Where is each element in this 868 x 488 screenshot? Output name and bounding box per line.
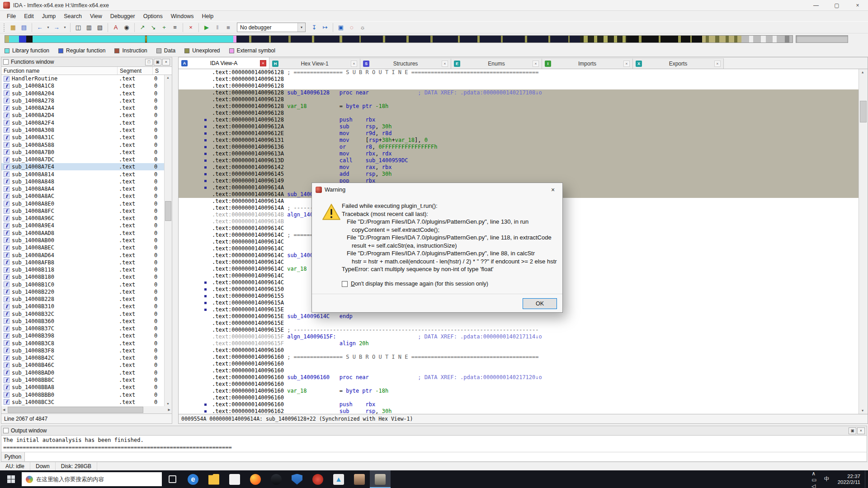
menu-options[interactable]: Options — [139, 12, 167, 21]
step-over-button[interactable]: ↦ — [320, 23, 330, 33]
tab-hex-view-1[interactable]: HHex View-1× — [269, 58, 360, 69]
disasm-line[interactable]: .text:0000000140096128 ; ===============… — [179, 69, 859, 76]
disasm-line[interactable]: .text:0000000140096160 push rbx — [179, 401, 859, 408]
task-view-button[interactable] — [162, 470, 183, 488]
disasm-line[interactable]: .text:0000000140096128 — [179, 76, 859, 83]
navigation-band[interactable] — [5, 35, 793, 43]
breakpoints-button[interactable]: ◌ — [347, 23, 357, 33]
disasm-line[interactable]: .text:000000014009613D call sub_1400959D… — [179, 157, 859, 164]
navigate-back-button[interactable]: ← — [35, 23, 45, 33]
disasm-vertical-scrollbar[interactable] — [859, 69, 868, 414]
function-row[interactable]: fsub_14008BB8C.text0 — [1, 376, 172, 384]
qq-app[interactable] — [266, 470, 287, 488]
function-row[interactable]: fsub_14008AD64.text0 — [1, 251, 172, 258]
disasm-line[interactable]: .text:0000000140096160 ; ===============… — [179, 354, 859, 361]
windows-list-button[interactable]: ◫ — [73, 23, 83, 33]
display-tray-icon[interactable]: ▭ — [808, 477, 820, 483]
function-row[interactable]: fsub_14008A2F4.text0 — [1, 119, 172, 127]
tab-close-button[interactable]: × — [533, 61, 539, 67]
menu-help[interactable]: Help — [198, 12, 217, 21]
disasm-line[interactable]: .text:0000000140096160 — [179, 381, 859, 388]
menu-view[interactable]: View — [86, 12, 106, 21]
jump-xref-button[interactable]: ↘ — [148, 23, 158, 33]
disasm-line[interactable]: .text:0000000140096145 add rsp, 30h — [179, 171, 859, 178]
window-titlebar[interactable]: IDA - lmflex-x64.exe H:\lmflex-x64.exe —… — [0, 0, 868, 11]
disasm-line[interactable]: .text:000000014009612E mov r9d, r8d — [179, 130, 859, 137]
tab-close-button[interactable]: × — [442, 61, 448, 67]
functions-horizontal-scrollbar[interactable] — [1, 406, 172, 414]
function-row[interactable]: fsub_14008B118.text0 — [1, 266, 172, 273]
function-row[interactable]: fsub_14008B180.text0 — [1, 273, 172, 281]
debugger-windows-button[interactable]: ▣ — [336, 23, 346, 33]
function-row[interactable]: fsub_14008B42C.text0 — [1, 354, 172, 361]
function-row[interactable]: fsub_14008A588.text0 — [1, 141, 172, 148]
function-row[interactable]: fsub_14008A848.text0 — [1, 178, 172, 185]
file-explorer[interactable] — [203, 470, 224, 488]
start-process-button[interactable]: ▶ — [202, 23, 212, 33]
save-database-button[interactable]: ▤ — [19, 23, 29, 33]
warning-dialog-titlebar[interactable]: Warning × — [312, 183, 562, 196]
menu-debugger[interactable]: Debugger — [106, 12, 139, 21]
function-row[interactable]: fsub_14008AB00.text0 — [1, 237, 172, 244]
function-row[interactable]: fsub_14008A8FC.text0 — [1, 207, 172, 215]
menu-windows[interactable]: Windows — [167, 12, 198, 21]
taskbar-search-box[interactable] — [22, 472, 162, 486]
disasm-line[interactable]: .text:0000000140096128 — [179, 96, 859, 103]
function-row[interactable]: fsub_14008BC3C.text0 — [1, 399, 172, 406]
jump-address-button[interactable]: ↗ — [137, 23, 147, 33]
functions-hscroll-thumb[interactable] — [8, 407, 143, 413]
disasm-line[interactable]: .text:0000000140096160 — [179, 367, 859, 374]
function-row[interactable]: fsub_14008B360.text0 — [1, 318, 172, 325]
show-desktop-button[interactable] — [865, 470, 868, 488]
disasm-line[interactable]: .text:000000014009615E ; ---------------… — [179, 327, 859, 333]
function-row[interactable]: fsub_14008A7B0.text0 — [1, 149, 172, 156]
start-button[interactable] — [0, 470, 22, 488]
functions-float-button[interactable]: □ — [145, 59, 153, 66]
function-row[interactable]: fsub_14008B398.text0 — [1, 332, 172, 339]
disasm-line[interactable]: .text:0000000140096128 var_18 = byte ptr… — [179, 103, 859, 110]
function-row[interactable]: fsub_14008B37C.text0 — [1, 325, 172, 332]
open-database-button[interactable]: ▦ — [8, 23, 18, 33]
patch-program-button[interactable]: ≡ — [170, 23, 180, 33]
function-row[interactable]: fsub_14008A8A4.text0 — [1, 185, 172, 192]
tab-structures[interactable]: SStructures× — [360, 58, 451, 69]
warning-dialog-close-button[interactable]: × — [543, 183, 562, 196]
navband-position-marker[interactable] — [145, 36, 147, 42]
navigation-band-overview[interactable] — [796, 35, 848, 43]
disasm-line[interactable]: .text:0000000140096160 — [179, 394, 859, 401]
function-row[interactable]: fHandlerRoutine.text0 — [1, 75, 172, 82]
close-button[interactable]: × — [847, 0, 868, 10]
tray-expand-chevron[interactable]: ∧ — [808, 470, 820, 477]
ime-indicator[interactable]: 中 — [821, 470, 833, 488]
function-row[interactable]: fsub_14008A2D4.text0 — [1, 112, 172, 119]
disasm-line[interactable]: .text:0000000140096160 sub_140096160 pro… — [179, 374, 859, 381]
functions-vertical-scrollbar[interactable] — [164, 75, 172, 406]
debugger-select[interactable]: No debugger▾ — [237, 23, 306, 32]
minimize-button[interactable]: — — [806, 0, 826, 10]
function-row[interactable]: fsub_14008A308.text0 — [1, 127, 172, 134]
functions-window-titlebar[interactable]: Functions window □ ▣ × — [1, 57, 172, 67]
column-header-function-name[interactable]: Function name — [1, 67, 118, 75]
menu-jump[interactable]: Jump — [38, 12, 60, 21]
ida-running-app[interactable] — [370, 470, 391, 488]
disasm-line[interactable]: .text:0000000140096128 — [179, 83, 859, 89]
notes-app[interactable] — [224, 470, 245, 488]
functions-vscroll-thumb[interactable] — [165, 201, 171, 221]
function-row[interactable]: fsub_14008AFB8.text0 — [1, 259, 172, 266]
function-row[interactable]: fsub_14008ABEC.text0 — [1, 244, 172, 251]
tab-close-button[interactable]: × — [260, 60, 266, 66]
tab-ida-view-a[interactable]: AIDA View-A× — [179, 57, 269, 69]
function-row[interactable]: fsub_14008A7E4.text0 — [1, 163, 172, 170]
volume-tray-icon[interactable]: ◁ — [808, 483, 820, 488]
disasm-line[interactable]: .text:000000014009612A sub rsp, 30h — [179, 123, 859, 130]
menu-file[interactable]: File — [3, 12, 20, 21]
windows-defender[interactable] — [287, 470, 307, 488]
desktops-button[interactable]: ▧ — [95, 23, 105, 33]
python-command-input[interactable] — [25, 452, 867, 461]
search-binary-button[interactable]: ◉ — [122, 23, 132, 33]
function-row[interactable]: fsub_14008A278.text0 — [1, 97, 172, 104]
disasm-line[interactable]: .text:000000014009615E sub_14009614C end… — [179, 313, 859, 320]
back-history-dropdown[interactable]: ▾ — [46, 23, 51, 33]
cancel-analysis-button[interactable]: × — [186, 23, 196, 33]
function-row[interactable]: fsub_14008B220.text0 — [1, 288, 172, 296]
